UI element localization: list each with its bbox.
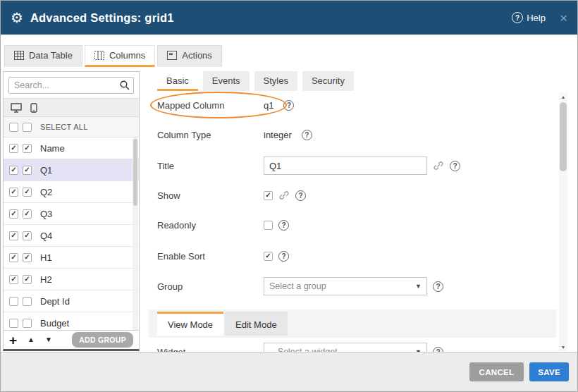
scroll-down-icon[interactable]: [559, 343, 567, 351]
move-up-icon[interactable]: [27, 336, 35, 343]
column-type-help-icon[interactable]: [302, 130, 312, 140]
list-scrollbar[interactable]: [133, 137, 138, 331]
column-label: Q2: [40, 187, 52, 197]
scroll-up-icon[interactable]: [559, 92, 567, 101]
enable-sort-checkbox[interactable]: ✓: [264, 252, 273, 261]
mobile-checkbox[interactable]: ✓: [23, 231, 32, 240]
show-checkbox[interactable]: ✓: [264, 191, 273, 200]
select-all-mobile-checkbox[interactable]: [23, 123, 32, 132]
group-help-icon[interactable]: [433, 281, 443, 292]
group-select-value: Select a group: [269, 281, 415, 291]
mobile-checkbox[interactable]: ✓: [23, 253, 32, 262]
title-help-icon[interactable]: [450, 161, 460, 171]
title-label: Title: [157, 161, 258, 171]
tab-data-table[interactable]: Data Table: [4, 45, 82, 67]
column-list-item[interactable]: Budget: [4, 312, 139, 331]
column-type-row: Column Type integer: [157, 125, 312, 144]
column-list-item[interactable]: ✓✓H2: [4, 269, 139, 290]
device-visibility-header: [4, 98, 139, 117]
select-all-row[interactable]: SELECT ALL: [4, 117, 139, 137]
column-label: H2: [40, 274, 52, 285]
mobile-icon[interactable]: [30, 103, 37, 113]
desktop-checkbox[interactable]: ✓: [9, 253, 18, 262]
desktop-checkbox[interactable]: ✓: [9, 144, 18, 153]
tab-view-mode[interactable]: View Mode: [157, 312, 223, 336]
enable-sort-help-icon[interactable]: [278, 251, 289, 262]
list-toolbar: ADD GROUP: [4, 330, 139, 349]
advanced-settings-dialog: Advanced Settings: grid1 Help Data Table…: [0, 0, 578, 392]
desktop-checkbox[interactable]: ✓: [9, 275, 18, 284]
group-select[interactable]: Select a group: [264, 277, 427, 295]
tab-actions[interactable]: Actions: [157, 45, 222, 67]
column-list-item[interactable]: ✓✓Q3: [4, 203, 139, 225]
desktop-icon[interactable]: [11, 103, 22, 113]
add-group-button[interactable]: ADD GROUP: [72, 332, 133, 348]
readonly-checkbox[interactable]: [264, 221, 273, 230]
title-input[interactable]: [264, 157, 427, 175]
column-label: Q4: [40, 231, 52, 241]
readonly-row: Readonly: [157, 216, 289, 234]
readonly-label: Readonly: [157, 220, 258, 231]
move-down-icon[interactable]: [45, 336, 52, 343]
column-list-item[interactable]: ✓✓H1: [4, 247, 139, 269]
cancel-button[interactable]: CANCEL: [469, 362, 524, 381]
column-list-item[interactable]: ✓✓Q2: [4, 181, 139, 203]
content-scrollbar-thumb[interactable]: [560, 102, 567, 171]
select-all-label: SELECT ALL: [40, 123, 88, 131]
dropdown-caret-icon: [415, 283, 422, 290]
tab-security[interactable]: Security: [302, 71, 354, 91]
desktop-checkbox[interactable]: ✓: [9, 188, 18, 197]
close-icon[interactable]: [560, 11, 567, 25]
mobile-checkbox[interactable]: [23, 319, 32, 328]
show-help-icon[interactable]: [295, 190, 306, 201]
column-settings-panel: Basic Events Styles Security Mapped Colu…: [149, 71, 556, 352]
tab-styles[interactable]: Styles: [254, 71, 297, 91]
title-link-icon[interactable]: [433, 160, 444, 171]
detail-tab-bar: Basic Events Styles Security: [149, 71, 556, 91]
help-icon[interactable]: [512, 12, 523, 23]
tab-edit-mode[interactable]: Edit Mode: [225, 312, 288, 336]
column-label: Dept Id: [40, 296, 70, 307]
mobile-checkbox[interactable]: ✓: [23, 166, 32, 175]
group-row: Group Select a group: [157, 277, 443, 295]
mode-tab-bar: View Mode Edit Mode: [149, 310, 556, 338]
column-label: Budget: [40, 318, 69, 329]
desktop-checkbox[interactable]: ✓: [9, 209, 18, 219]
mobile-checkbox[interactable]: [23, 297, 32, 306]
tab-basic[interactable]: Basic: [157, 71, 198, 91]
desktop-checkbox[interactable]: ✓: [9, 231, 18, 240]
actions-icon: [167, 51, 177, 60]
show-row: Show ✓: [157, 186, 306, 204]
mobile-checkbox[interactable]: ✓: [23, 209, 32, 219]
mobile-checkbox[interactable]: ✓: [23, 275, 32, 284]
help-link[interactable]: Help: [527, 13, 546, 23]
save-button[interactable]: SAVE: [529, 362, 569, 381]
column-list-item[interactable]: ✓✓Q1: [4, 159, 139, 181]
mobile-checkbox[interactable]: ✓: [23, 144, 32, 153]
show-link-icon[interactable]: [278, 190, 290, 201]
column-list-item[interactable]: ✓✓Q4: [4, 225, 139, 247]
tab-events[interactable]: Events: [203, 71, 250, 91]
widget-select-value: -- Select a widget --: [269, 347, 415, 352]
select-all-desktop-checkbox[interactable]: [9, 123, 18, 132]
column-list-item[interactable]: Dept Id: [4, 290, 139, 312]
search-input[interactable]: [8, 77, 134, 94]
column-list-item[interactable]: ✓✓Name: [4, 137, 139, 159]
columns-list-panel: SELECT ALL ✓✓Name✓✓Q1✓✓Q2✓✓Q3✓✓Q4✓✓H1✓✓H…: [3, 71, 140, 351]
widget-help-icon[interactable]: [433, 347, 443, 353]
mobile-checkbox[interactable]: ✓: [23, 188, 32, 197]
list-scrollbar-thumb[interactable]: [133, 139, 137, 206]
column-label: H1: [40, 252, 52, 263]
tab-columns[interactable]: Columns: [85, 45, 155, 67]
mapped-column-help-icon[interactable]: [283, 100, 294, 111]
search-icon[interactable]: [119, 80, 130, 91]
add-column-icon[interactable]: [9, 333, 17, 347]
widget-select[interactable]: -- Select a widget --: [264, 343, 427, 352]
column-type-label: Column Type: [157, 130, 258, 140]
show-label: Show: [157, 190, 258, 201]
readonly-help-icon[interactable]: [278, 220, 289, 231]
desktop-checkbox[interactable]: [9, 297, 18, 306]
desktop-checkbox[interactable]: [9, 319, 18, 328]
desktop-checkbox[interactable]: ✓: [9, 166, 18, 175]
content-scrollbar[interactable]: [559, 92, 567, 351]
